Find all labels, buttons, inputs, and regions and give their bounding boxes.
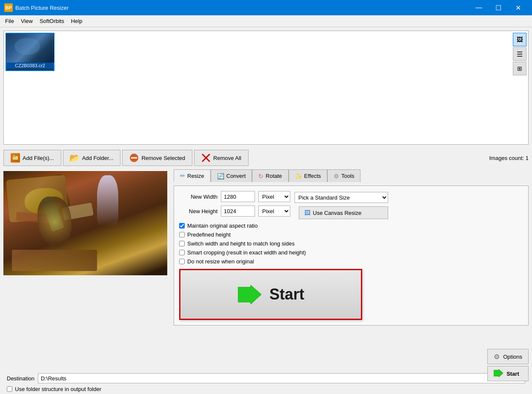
menu-file[interactable]: File bbox=[2, 17, 17, 26]
destination-row: Destination bbox=[3, 371, 529, 386]
grid-view-button[interactable]: ⊞ bbox=[513, 62, 526, 75]
canvas-resize-label: Use Canvas Resize bbox=[313, 210, 361, 216]
no-resize-label: Do not resize when original bbox=[187, 258, 254, 265]
canvas-resize-button[interactable]: 🖼 Use Canvas Resize bbox=[299, 206, 388, 219]
convert-tab-label: Convert bbox=[226, 173, 246, 179]
right-sidebar: ⚙ Options Start bbox=[487, 349, 529, 381]
tools-tab-icon: ⚙ bbox=[334, 173, 339, 180]
main-content: CZ2B0383.cr2 🖼 ☰ ⊞ Add File(s)... 📂 Add … bbox=[0, 27, 532, 394]
new-height-input[interactable] bbox=[221, 206, 255, 217]
start-small-button[interactable]: Start bbox=[487, 366, 529, 381]
app-icon: BP bbox=[4, 3, 13, 12]
rotate-tab-label: Rotate bbox=[266, 173, 282, 179]
resize-tab-icon: ✏ bbox=[180, 172, 185, 179]
tab-convert[interactable]: 🔄 Convert bbox=[211, 169, 252, 182]
remove-all-icon bbox=[201, 153, 211, 163]
minimize-button[interactable]: — bbox=[469, 0, 489, 15]
preview-panel bbox=[0, 168, 170, 371]
grid-view-icon: ⊞ bbox=[517, 65, 522, 72]
smart-crop-row[interactable]: Smart cropping (result in exact width an… bbox=[179, 249, 523, 256]
remove-selected-icon bbox=[129, 153, 139, 163]
close-button[interactable]: ✕ bbox=[508, 0, 528, 15]
titlebar: BP Batch Picture Resizer — ☐ ✕ bbox=[0, 0, 532, 15]
resize-tab-label: Resize bbox=[187, 173, 204, 179]
cr2-preview-image bbox=[6, 34, 54, 63]
remove-selected-label: Remove Selected bbox=[141, 155, 185, 161]
menu-softorbits[interactable]: SoftOrbits bbox=[36, 17, 68, 26]
app-title: Batch Picture Resizer bbox=[15, 5, 469, 11]
destination-input[interactable] bbox=[38, 373, 525, 383]
height-unit-select[interactable]: Pixel Percent Inch Cm bbox=[258, 206, 290, 217]
tab-resize[interactable]: ✏ Resize bbox=[174, 169, 211, 182]
folder-structure-label: Use folder structure in output folder bbox=[15, 386, 101, 392]
preview-image bbox=[3, 171, 167, 275]
height-row: New Height Pixel Percent Inch Cm bbox=[179, 206, 290, 217]
tab-effects[interactable]: ✨ Effects bbox=[289, 169, 328, 182]
predefined-height-checkbox[interactable] bbox=[179, 232, 185, 237]
new-height-label: New Height bbox=[179, 208, 217, 214]
list-view-button[interactable]: ☰ bbox=[513, 47, 526, 61]
maintain-aspect-row[interactable]: Maintain original aspect ratio bbox=[179, 223, 523, 229]
settings-panel: ✏ Resize 🔄 Convert ↻ Rotate ✨ Effects ⚙ bbox=[170, 168, 532, 371]
thumbnail-view-button[interactable]: 🖼 bbox=[513, 33, 526, 46]
new-width-label: New Width bbox=[179, 194, 217, 200]
bottom-area: ✏ Resize 🔄 Convert ↻ Rotate ✨ Effects ⚙ bbox=[0, 168, 532, 371]
standard-size-select[interactable]: Pick a Standard Size bbox=[295, 192, 388, 203]
add-folder-icon: 📂 bbox=[70, 153, 80, 163]
file-name-label: CZ2B0383.cr2 bbox=[6, 63, 54, 69]
start-arrow-icon bbox=[237, 284, 263, 305]
gear-icon: ⚙ bbox=[494, 353, 500, 361]
options-button[interactable]: ⚙ Options bbox=[487, 349, 529, 364]
start-small-arrow-icon bbox=[494, 369, 503, 378]
checkbox-area: Maintain original aspect ratio Predefine… bbox=[179, 223, 523, 267]
smart-crop-checkbox[interactable] bbox=[179, 250, 185, 255]
menu-help[interactable]: Help bbox=[68, 17, 86, 26]
destination-area: Destination Use folder structure in outp… bbox=[0, 371, 532, 394]
effects-tab-icon: ✨ bbox=[295, 173, 302, 180]
no-resize-row[interactable]: Do not resize when original bbox=[179, 258, 523, 265]
folder-structure-checkbox[interactable] bbox=[7, 386, 12, 392]
width-row: New Width Pixel Percent Inch Cm bbox=[179, 191, 290, 202]
list-view-icon: ☰ bbox=[517, 50, 523, 58]
tab-tools[interactable]: ⚙ Tools bbox=[327, 169, 360, 182]
maintain-aspect-label: Maintain original aspect ratio bbox=[187, 223, 257, 229]
remove-all-label: Remove All bbox=[213, 155, 241, 161]
effects-tab-label: Effects bbox=[304, 173, 321, 179]
add-folder-button[interactable]: 📂 Add Folder... bbox=[63, 150, 121, 166]
new-width-input[interactable] bbox=[221, 191, 255, 202]
smart-crop-label: Smart cropping (result in exact width an… bbox=[187, 249, 306, 256]
settings-tabs: ✏ Resize 🔄 Convert ↻ Rotate ✨ Effects ⚙ bbox=[174, 169, 529, 182]
start-label: Start bbox=[269, 286, 304, 303]
start-small-label: Start bbox=[506, 371, 519, 377]
add-files-button[interactable]: Add File(s)... bbox=[3, 150, 61, 166]
maximize-button[interactable]: ☐ bbox=[489, 0, 508, 15]
switch-sides-label: Switch width and height to match long si… bbox=[187, 240, 295, 247]
canvas-resize-icon: 🖼 bbox=[304, 209, 310, 216]
file-list-area: CZ2B0383.cr2 🖼 ☰ ⊞ bbox=[3, 31, 529, 145]
remove-selected-button[interactable]: Remove Selected bbox=[122, 150, 192, 166]
predefined-height-row[interactable]: Predefined height bbox=[179, 231, 523, 238]
folder-structure-row: Use folder structure in output folder bbox=[3, 386, 529, 394]
file-thumbnail[interactable]: CZ2B0383.cr2 bbox=[6, 33, 54, 71]
rotate-tab-icon: ↻ bbox=[258, 173, 263, 180]
start-large-button[interactable]: Start bbox=[179, 269, 362, 320]
tab-rotate[interactable]: ↻ Rotate bbox=[252, 169, 288, 182]
width-unit-select[interactable]: Pixel Percent Inch Cm bbox=[258, 191, 290, 202]
switch-sides-row[interactable]: Switch width and height to match long si… bbox=[179, 240, 523, 247]
remove-all-button[interactable]: Remove All bbox=[194, 150, 249, 166]
images-count: Images count: 1 bbox=[489, 155, 529, 161]
maintain-aspect-checkbox[interactable] bbox=[179, 223, 185, 228]
main-toolbar: Add File(s)... 📂 Add Folder... Remove Se… bbox=[0, 148, 532, 168]
predefined-height-label: Predefined height bbox=[187, 231, 231, 238]
no-resize-checkbox[interactable] bbox=[179, 259, 185, 264]
tools-tab-label: Tools bbox=[341, 173, 354, 179]
window-controls: — ☐ ✕ bbox=[469, 0, 528, 15]
add-folder-label: Add Folder... bbox=[82, 155, 114, 161]
svg-rect-1 bbox=[13, 155, 15, 157]
start-area: Start bbox=[179, 269, 523, 320]
resize-settings-content: New Width Pixel Percent Inch Cm New Heig… bbox=[174, 186, 529, 325]
menubar: File View SoftOrbits Help bbox=[0, 15, 532, 27]
menu-view[interactable]: View bbox=[17, 17, 36, 26]
switch-sides-checkbox[interactable] bbox=[179, 241, 185, 246]
convert-tab-icon: 🔄 bbox=[217, 173, 224, 180]
